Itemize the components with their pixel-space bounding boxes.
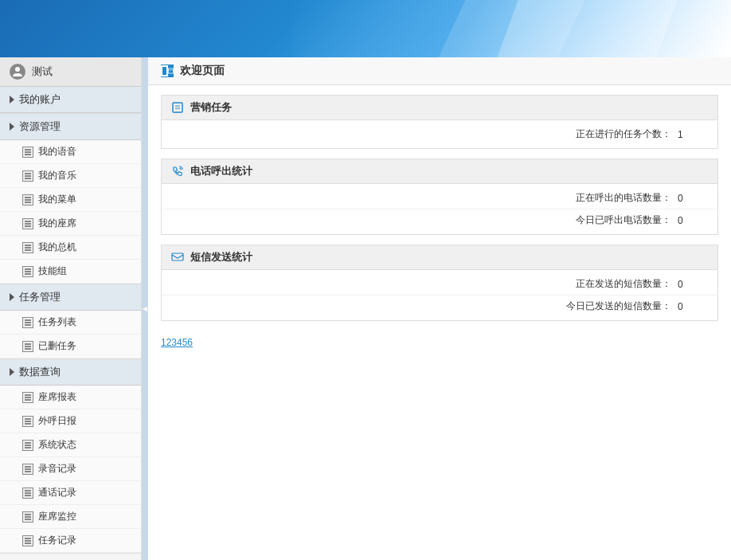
- section-header-marketing-task: 营销任务: [162, 96, 717, 120]
- list-icon: [22, 170, 33, 182]
- section-title: 营销任务: [190, 100, 232, 115]
- sidebar-item-label: 我的座席: [38, 217, 76, 230]
- sidebar-group-label: 任务管理: [19, 290, 61, 304]
- sidebar-item-recording-log[interactable]: 录音记录: [0, 457, 141, 481]
- list-icon: [22, 341, 33, 352]
- section-sms-stats: 短信发送统计正在发送的短信数量：0今日已发送的短信数量：0: [161, 245, 718, 321]
- section-header-sms-stats: 短信发送统计: [162, 245, 717, 270]
- sidebar-group-task-management: 任务管理任务列表已删任务: [0, 284, 141, 359]
- list-icon: [22, 266, 33, 277]
- sidebar-group-header-my-account[interactable]: 我的账户: [0, 87, 141, 113]
- list-icon: [22, 317, 33, 328]
- sidebar-item-system-status[interactable]: 系统状态: [0, 433, 141, 457]
- section-title: 电话呼出统计: [190, 164, 252, 178]
- list-icon: [22, 464, 33, 475]
- list-icon: [22, 194, 33, 206]
- chevron-right-icon: [10, 293, 14, 301]
- sidebar-item-label: 录音记录: [38, 462, 76, 476]
- section-title: 短信发送统计: [190, 250, 252, 264]
- sidebar-item-label: 我的菜单: [38, 193, 76, 206]
- sidebar-item-task-log[interactable]: 任务记录: [0, 529, 141, 553]
- stat-label: 正在发送的短信数量：: [225, 277, 678, 291]
- list-icon: [22, 242, 33, 253]
- sidebar-group-header-task-management[interactable]: 任务管理: [0, 284, 141, 311]
- sidebar-item-deleted-tasks[interactable]: 已删任务: [0, 335, 141, 358]
- sidebar: 测试 我的账户资源管理我的语音我的音乐我的菜单我的座席我的总机技能组任务管理任务…: [0, 57, 142, 560]
- section-body-sms-stats: 正在发送的短信数量：0今日已发送的短信数量：0: [162, 270, 717, 320]
- section-body-marketing-task: 正在进行的任务个数：1: [162, 120, 717, 148]
- stat-row: 今日已发送的短信数量：0: [162, 296, 717, 317]
- sidebar-group-label: 我的账户: [19, 92, 61, 107]
- chevron-right-icon: [10, 368, 14, 376]
- chevron-right-icon: [10, 96, 14, 104]
- stat-value: 0: [678, 301, 702, 312]
- sidebar-item-seat-monitor[interactable]: 座席监控: [0, 505, 141, 529]
- stat-label: 正在进行的任务个数：: [225, 127, 678, 141]
- sidebar-user[interactable]: 测试: [0, 57, 141, 87]
- section-marketing-task: 营销任务正在进行的任务个数：1: [161, 95, 718, 149]
- sidebar-item-my-host[interactable]: 我的总机: [0, 236, 141, 260]
- sidebar-item-label: 座席监控: [38, 510, 76, 523]
- sidebar-item-label: 通话记录: [38, 486, 76, 499]
- list-icon: [22, 147, 33, 158]
- stat-row: 正在呼出的电话数量：0: [162, 187, 717, 210]
- stat-row: 正在进行的任务个数：1: [162, 123, 717, 145]
- sidebar-item-label: 我的总机: [38, 241, 76, 254]
- stat-value: 0: [678, 279, 702, 290]
- sidebar-item-outbound-daily[interactable]: 外呼日报: [0, 409, 141, 433]
- resize-handle[interactable]: [142, 57, 148, 560]
- stat-value: 0: [678, 215, 702, 226]
- sidebar-groups: 我的账户资源管理我的语音我的音乐我的菜单我的座席我的总机技能组任务管理任务列表已…: [0, 87, 141, 554]
- stat-label: 今日已呼出电话数量：: [225, 213, 678, 227]
- header: [0, 0, 731, 57]
- stat-row: 今日已呼出电话数量：0: [162, 210, 717, 231]
- sidebar-item-my-music[interactable]: 我的音乐: [0, 164, 141, 188]
- list-icon: [22, 392, 33, 403]
- svg-rect-1: [169, 69, 174, 73]
- sidebar-item-label: 任务记录: [38, 534, 76, 547]
- sidebar-item-skill-group[interactable]: 技能组: [0, 260, 141, 284]
- call-stats-icon: [171, 165, 184, 178]
- chevron-right-icon: [10, 123, 14, 131]
- sidebar-item-seat-report[interactable]: 座席报表: [0, 386, 141, 409]
- stat-label: 今日已发送的短信数量：: [225, 300, 678, 313]
- user-avatar: [10, 64, 25, 80]
- sidebar-group-data-query: 数据查询座席报表外呼日报系统状态录音记录通话记录座席监控任务记录: [0, 359, 141, 554]
- sidebar-item-task-list[interactable]: 任务列表: [0, 311, 141, 335]
- sidebar-item-label: 外呼日报: [38, 414, 76, 428]
- sidebar-item-call-log[interactable]: 通话记录: [0, 481, 141, 505]
- content-area: 欢迎页面 营销任务正在进行的任务个数：1电话呼出统计正在呼出的电话数量：0今日已…: [148, 57, 731, 560]
- stat-label: 正在呼出的电话数量：: [225, 191, 678, 205]
- list-icon: [22, 511, 33, 523]
- sidebar-group-label: 资源管理: [19, 119, 61, 134]
- sidebar-group-header-data-query[interactable]: 数据查询: [0, 359, 141, 386]
- sms-stats-icon: [171, 251, 184, 264]
- section-body-call-stats: 正在呼出的电话数量：0今日已呼出电话数量：0: [162, 184, 717, 234]
- section-header-call-stats: 电话呼出统计: [162, 159, 717, 184]
- list-icon: [22, 535, 33, 546]
- svg-rect-6: [172, 253, 183, 260]
- main-layout: 测试 我的账户资源管理我的语音我的音乐我的菜单我的座席我的总机技能组任务管理任务…: [0, 57, 731, 560]
- sidebar-item-label: 座席报表: [38, 390, 76, 404]
- sidebar-item-label: 我的语音: [38, 145, 76, 159]
- svg-rect-3: [173, 103, 182, 112]
- sidebar-item-label: 任务列表: [38, 315, 76, 329]
- list-icon: [22, 440, 33, 451]
- sidebar-item-my-voice[interactable]: 我的语音: [0, 140, 141, 164]
- sidebar-item-my-menu[interactable]: 我的菜单: [0, 188, 141, 212]
- sidebar-item-label: 技能组: [38, 264, 67, 278]
- marketing-task-icon: [171, 101, 184, 114]
- footer-link[interactable]: 123456: [148, 331, 731, 354]
- stat-row: 正在发送的短信数量：0: [162, 273, 717, 296]
- sections-container: 营销任务正在进行的任务个数：1电话呼出统计正在呼出的电话数量：0今日已呼出电话数…: [148, 95, 731, 321]
- svg-point-0: [15, 67, 20, 72]
- sidebar-item-label: 已删任务: [38, 339, 76, 353]
- list-icon: [22, 218, 33, 229]
- page-title: 欢迎页面: [180, 64, 225, 78]
- section-call-stats: 电话呼出统计正在呼出的电话数量：0今日已呼出电话数量：0: [161, 159, 718, 235]
- sidebar-item-my-seat[interactable]: 我的座席: [0, 212, 141, 236]
- sidebar-username: 测试: [32, 65, 53, 79]
- sidebar-group-label: 数据查询: [19, 365, 61, 379]
- sidebar-group-header-resource-management[interactable]: 资源管理: [0, 114, 141, 140]
- list-icon: [22, 416, 33, 427]
